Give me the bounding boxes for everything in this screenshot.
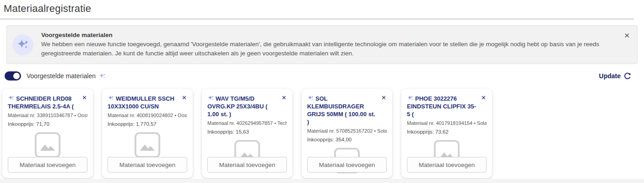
- material-number: Materiaal nr. 5708525167202 • Solar ...: [307, 128, 387, 134]
- sparkle-icon: [108, 95, 114, 102]
- material-title: WEIDMULLER SSCH 10X3X1000 CU/SN: [108, 95, 187, 111]
- add-material-button[interactable]: Materiaal toevoegen: [407, 157, 487, 172]
- page-title: Materiaalregistratie: [4, 3, 634, 15]
- sparkle-icon: [16, 38, 30, 52]
- purchase-price: Inkoopprijs: 71,70: [8, 121, 87, 127]
- material-number: Materiaal nr. 4017918194154 • Solar ...: [407, 120, 487, 126]
- sparkle-icon: [407, 95, 414, 102]
- update-label: Update: [599, 72, 621, 80]
- material-number: Materiaal nr. 4026294957857 • Techn...: [207, 120, 287, 126]
- image-placeholder-icon: [33, 131, 62, 159]
- banner-description: We hebben een nieuwe functie toegevoegd,…: [41, 40, 609, 58]
- suggested-materials-banner: Voorgestelde materialen We hebben een ni…: [6, 25, 638, 64]
- add-material-button[interactable]: Materiaal toevoegen: [207, 157, 287, 172]
- card-close-icon[interactable]: ✕: [82, 95, 87, 101]
- sparkle-badge: [12, 34, 33, 55]
- add-material-button[interactable]: Materiaal toevoegen: [8, 157, 87, 172]
- sparkle-icon: [307, 95, 314, 102]
- material-card: PHOE 3022276 EINDSTEUN CLIPFIX 35-5 ( ✕ …: [401, 89, 492, 178]
- card-close-icon[interactable]: ✕: [182, 95, 187, 101]
- material-title: SOL KLEMBUISDRAGER GRIJS 50MM ( 100.00 s…: [307, 95, 387, 126]
- material-card: WAV TG/M5/D OVRG.KP 25X3/4BU ( 1.00 st. …: [202, 89, 292, 178]
- banner-text: Voorgestelde materialen We hebben een ni…: [41, 32, 616, 58]
- sparkle-icon: [207, 95, 214, 102]
- material-number: Materiaal nr. 4008190024802 • Ooste...: [108, 113, 187, 118]
- card-close-icon[interactable]: ✕: [281, 95, 287, 101]
- purchase-price: Inkoopprijs: 354,00: [307, 137, 387, 142]
- card-close-icon[interactable]: ✕: [481, 95, 486, 101]
- material-card: SOL KLEMBUISDRAGER GRIJS 50MM ( 100.00 s…: [302, 89, 392, 178]
- material-title: SCHNEIDER LRD08 THERMRELAIS 2.5-4A (: [8, 95, 87, 111]
- suggested-materials-toggle[interactable]: [5, 71, 21, 81]
- purchase-price: Inkoopprijs: 1.770,57: [108, 121, 187, 127]
- sparkle-icon: [8, 95, 15, 102]
- suggested-materials-list: SCHNEIDER LRD08 THERMRELAIS 2.5-4A ( ✕ M…: [2, 89, 644, 178]
- page-background-strip: [0, 179, 644, 183]
- page-header: Materiaalregistratie: [0, 0, 634, 19]
- toggle-label: Voorgestelde materialen: [27, 72, 96, 80]
- image-placeholder: [108, 131, 187, 159]
- toggle-knob: [13, 73, 20, 79]
- material-card: WEIDMULLER SSCH 10X3X1000 CU/SN ✕ Materi…: [102, 89, 193, 178]
- material-card: SCHNEIDER LRD08 THERMRELAIS 2.5-4A ( ✕ M…: [2, 89, 93, 178]
- refresh-icon: [624, 72, 631, 80]
- banner-title: Voorgestelde materialen: [41, 32, 616, 38]
- image-placeholder-icon: [133, 131, 162, 159]
- update-button[interactable]: Update: [599, 72, 631, 80]
- card-close-icon[interactable]: ✕: [381, 95, 386, 101]
- controls-row: Voorgestelde materialen Update: [5, 71, 631, 81]
- purchase-price: Inkoopprijs: 73,62: [407, 129, 487, 135]
- material-number: Materiaal nr. 3389110346787 • Ooste...: [8, 113, 87, 118]
- image-placeholder: [8, 131, 87, 159]
- sparkle-icon: [98, 72, 106, 80]
- banner-close-icon[interactable]: ✕: [624, 32, 630, 39]
- material-title: WAV TG/M5/D OVRG.KP 25X3/4BU ( 1.00 st. …: [207, 95, 287, 118]
- material-title: PHOE 3022276 EINDSTEUN CLIPFIX 35-5 (: [407, 95, 487, 118]
- add-material-button[interactable]: Materiaal toevoegen: [307, 157, 387, 172]
- add-material-button[interactable]: Materiaal toevoegen: [108, 157, 187, 172]
- purchase-price: Inkoopprijs: 15,63: [207, 129, 287, 135]
